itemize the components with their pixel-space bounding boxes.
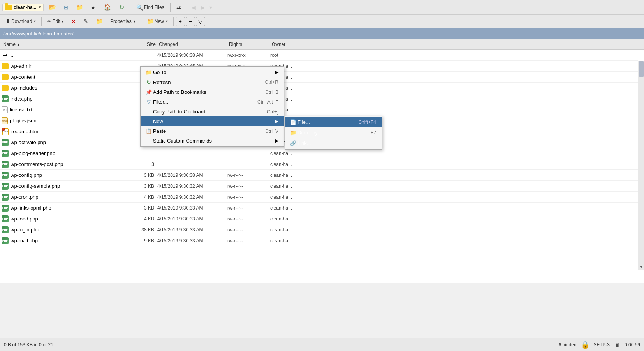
json-file-icon: JSON — [2, 117, 8, 124]
sync-icon: ⇄ — [176, 4, 181, 11]
path-bar: /var/www/public/clean-hamster/ — [0, 28, 644, 39]
php-file-icon: PHP — [2, 150, 9, 157]
home-btn[interactable]: 🏠 — [100, 2, 114, 12]
file-name: wp-content — [11, 74, 35, 80]
paste-ctx-icon: 📋 — [144, 128, 153, 134]
ctx-copy-path[interactable]: Copy Path to Clipboard Ctrl+] — [141, 107, 284, 116]
edit-btn[interactable]: ✏ Edit ▾ — [44, 18, 67, 25]
ctx-paste[interactable]: 📋 Paste Ctrl+V — [141, 126, 284, 136]
folder-dropdown-arrow[interactable]: ▾ — [39, 5, 41, 9]
file-name: wp-includes — [11, 85, 37, 91]
file-size: 38 KB — [126, 227, 157, 233]
current-path: /var/www/public/clean-hamster/ — [3, 31, 74, 37]
file-owner: root — [270, 53, 329, 58]
col-header-rights[interactable]: Rights — [227, 42, 270, 47]
star-btn[interactable]: ★ — [88, 3, 99, 12]
scrollbar[interactable]: ▲ ▼ — [638, 61, 644, 270]
connection-icon: 🖥 — [614, 342, 620, 348]
find-files-btn[interactable]: 🔍 Find Files — [133, 3, 167, 12]
nav-forward-btn[interactable]: ▶ — [199, 3, 206, 12]
folder-icon — [5, 5, 12, 10]
filter-icon: ⊟ — [64, 4, 69, 11]
table-row[interactable]: PHP wp-cron.php 4 KB 4/15/2019 9:30:32 A… — [0, 192, 638, 203]
table-row[interactable]: PHP wp-comments-post.php 3 clean-ha... — [0, 159, 638, 170]
submenu-directory[interactable]: 📁 Directory... F7 — [285, 127, 382, 138]
filter-small-btn[interactable]: ▽ — [196, 17, 205, 26]
new-arrow-icon: ▶ — [275, 119, 278, 124]
table-row[interactable]: PHP wp-mail.php 9 KB 4/15/2019 9:30:33 A… — [0, 235, 638, 246]
file-owner: clean-ha... — [270, 238, 329, 243]
file-name: wp-links-opml.php — [11, 205, 51, 211]
col-header-owner[interactable]: Owner — [270, 42, 329, 47]
ctx-goto-label: Go To — [153, 69, 275, 75]
file-size: 3 KB — [126, 173, 157, 178]
home-icon: 🏠 — [104, 4, 111, 11]
table-row[interactable]: ↩ .. 4/15/2019 9:30:38 AM rwxr-xr-x root — [0, 50, 638, 61]
table-row[interactable]: PHP wp-config.php 3 KB 4/15/2019 9:30:38… — [0, 170, 638, 181]
col-header-size[interactable]: Size — [126, 42, 157, 47]
current-folder-label[interactable]: clean-ha... ▾ — [2, 4, 44, 11]
scroll-thumb[interactable] — [639, 61, 644, 77]
submenu-file[interactable]: 📄 File... Shift+F4 — [285, 117, 382, 127]
sep-tb2-1 — [41, 17, 42, 26]
folder-name: clean-ha... — [14, 5, 37, 10]
php-file-icon: PHP — [2, 183, 9, 190]
php-file-icon: PHP — [2, 194, 9, 201]
col-header-changed[interactable]: Changed — [157, 42, 227, 47]
open-folder-btn[interactable]: 📂 — [45, 2, 59, 12]
sync-btn[interactable]: ⇄ — [173, 3, 184, 12]
refresh-btn[interactable]: ↻ — [116, 2, 127, 12]
ctx-goto[interactable]: 📁 Go To ▶ — [141, 67, 284, 77]
ctx-filter[interactable]: ▽ Filter... Ctrl+Alt+F — [141, 97, 284, 107]
properties-btn[interactable]: Properties — [107, 18, 139, 25]
file-name: wp-config-sample.php — [11, 183, 60, 189]
table-row[interactable]: wp-admin 4/15/2019 9:32:45 AM rwxr-xr-x … — [0, 61, 638, 72]
file-changed: 4/15/2019 9:30:33 AM — [157, 238, 227, 243]
file-changed: 4/15/2019 9:30:33 AM — [157, 227, 227, 233]
file-owner: clean-ha... — [270, 216, 329, 222]
new-folder-icon: 📁 — [96, 18, 102, 25]
find-files-label: Find Files — [144, 5, 164, 10]
ctx-add-bookmark[interactable]: 📌 Add Path to Bookmarks Ctrl+B — [141, 87, 284, 97]
submenu-link[interactable]: 🔗 Link... — [285, 138, 382, 148]
file-rights: rw-r--r-- — [227, 173, 270, 178]
rename-btn[interactable]: ✎ — [80, 17, 91, 25]
table-row[interactable]: PHP wp-links-opml.php 3 KB 4/15/2019 9:3… — [0, 203, 638, 213]
delete-btn[interactable]: ✕ — [68, 17, 79, 26]
remove-btn[interactable]: − — [186, 17, 195, 26]
file-name: wp-comments-post.php — [11, 161, 63, 167]
nav-dropdown-btn[interactable]: ▾ — [208, 3, 214, 12]
scroll-down-btn[interactable]: ▼ — [638, 264, 644, 270]
col-header-name[interactable]: Name ▲ — [2, 42, 126, 47]
ctx-static-commands[interactable]: Static Custom Commands ▶ — [141, 136, 284, 146]
download-btn[interactable]: ⬇ Download — [2, 17, 39, 25]
table-row[interactable]: PHP wp-blog-header.php clean-ha... — [0, 148, 638, 159]
open-folder-icon: 📂 — [48, 4, 56, 11]
sub-dir-shortcut: F7 — [371, 130, 376, 136]
filter-btn[interactable]: ⊟ — [61, 3, 72, 12]
table-row[interactable]: PHP wp-config-sample.php 3 KB 4/15/2019 … — [0, 181, 638, 192]
archive-btn[interactable]: 📁 — [73, 3, 86, 12]
table-row[interactable]: wp-content clean-ha... — [0, 72, 638, 83]
nav-back-btn[interactable]: ◀ — [190, 3, 197, 12]
file-rights: rwxr-xr-x — [227, 53, 270, 58]
file-size: 3 KB — [126, 183, 157, 189]
ctx-new[interactable]: New ▶ 📄 File... Shift+F4 📁 Directory... … — [141, 116, 284, 126]
table-row[interactable]: PHP wp-login.php 38 KB 4/15/2019 9:30:33… — [0, 224, 638, 235]
goto-arrow-icon: ▶ — [275, 70, 278, 75]
sub-file-shortcut: Shift+F4 — [359, 120, 376, 125]
table-row[interactable]: PHP index.php clean-ha... — [0, 93, 638, 104]
file-owner: clean-ha... — [270, 205, 329, 211]
add-btn[interactable]: + — [176, 17, 185, 26]
toolbar-second: ⬇ Download ✏ Edit ▾ ✕ ✎ 📁 Properties 📁 N… — [0, 15, 644, 28]
file-name: wp-load.php — [11, 216, 38, 222]
new-btn[interactable]: 📁 New — [143, 17, 171, 26]
new-folder-icon-btn[interactable]: 📁 — [92, 17, 106, 26]
protocol-label: SFTP-3 — [594, 342, 610, 347]
ctx-refresh[interactable]: ↻ Refresh Ctrl+R — [141, 77, 284, 87]
table-row[interactable]: wp-includes clean-ha... — [0, 83, 638, 93]
sub-file-label: File... — [297, 119, 355, 125]
table-row[interactable]: TXT license.txt 20 clean-ha... — [0, 104, 638, 115]
table-row[interactable]: PHP wp-load.php 4 KB 4/15/2019 9:30:33 A… — [0, 213, 638, 224]
ctx-static-label: Static Custom Commands — [153, 138, 275, 144]
